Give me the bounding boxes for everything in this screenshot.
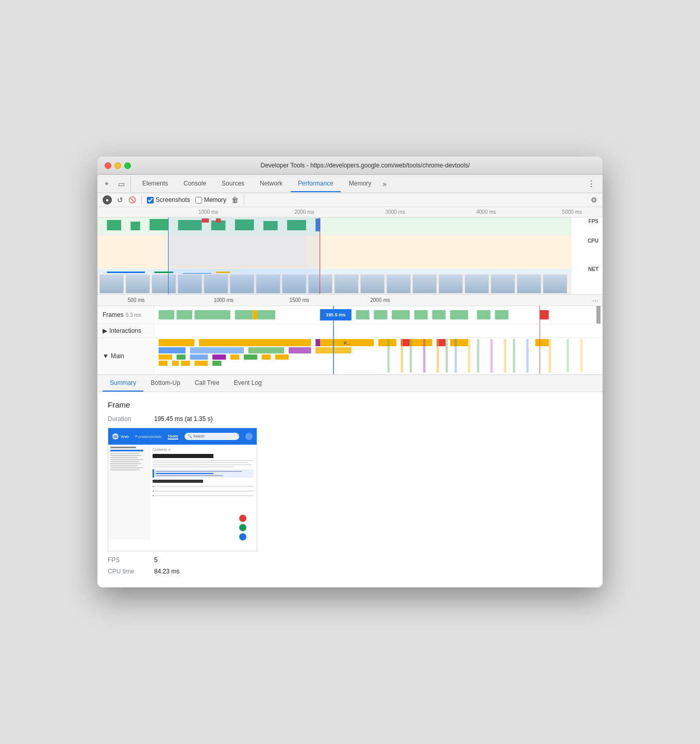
- tab-network[interactable]: Network: [253, 176, 290, 192]
- svg-rect-89: [410, 339, 412, 373]
- svg-rect-6: [263, 221, 278, 230]
- tab-performance[interactable]: Performance: [291, 176, 341, 192]
- tab-console[interactable]: Console: [176, 176, 213, 192]
- interactions-row: [154, 324, 603, 337]
- svg-rect-78: [262, 354, 271, 360]
- toolbar-icons: ⌖ ▭: [102, 176, 131, 192]
- interactions-content[interactable]: [154, 324, 603, 337]
- tab-summary[interactable]: Summary: [103, 375, 143, 392]
- svg-rect-91: [437, 339, 439, 373]
- ruler-bottom-1500: 1500 ms: [289, 297, 309, 303]
- svg-rect-27: [361, 275, 385, 293]
- ruler-bottom-500: 500 ms: [128, 297, 145, 303]
- svg-rect-18: [126, 275, 149, 293]
- svg-rect-23: [256, 275, 280, 293]
- svg-rect-97: [504, 339, 506, 373]
- frames-row: 195.5 ms: [154, 306, 603, 324]
- preview-p2: [153, 462, 248, 463]
- svg-rect-75: [212, 354, 226, 360]
- screenshots-checkbox[interactable]: [147, 197, 154, 204]
- frames-content[interactable]: 195.5 ms: [154, 306, 603, 324]
- preview-sidebar: [108, 445, 149, 539]
- timeline-ruler: 1000 ms 2000 ms 3000 ms 4000 ms 5000 ms: [97, 207, 603, 217]
- tab-sources[interactable]: Sources: [214, 176, 252, 192]
- ruler-mark-1000: 1000 ms: [198, 209, 218, 215]
- svg-rect-29: [413, 275, 437, 293]
- preview-info3: [156, 475, 223, 476]
- frames-value: 9.3 ms: [126, 312, 141, 318]
- interactions-title: Interactions: [109, 327, 141, 334]
- main-label[interactable]: ▼ Main: [97, 338, 154, 374]
- preview-sidebar-item2: [110, 455, 141, 456]
- device-icon[interactable]: ▭: [116, 179, 126, 189]
- preview-sidebar-item3: [110, 457, 138, 458]
- preview-list3: •: [153, 494, 254, 497]
- svg-rect-49: [495, 310, 508, 319]
- tab-event-log[interactable]: Event Log: [227, 375, 269, 392]
- preview-info-box: [153, 469, 254, 478]
- preview-fab-red: [239, 515, 246, 522]
- timeline-overview[interactable]: 1000 ms 2000 ms 3000 ms 4000 ms 5000 ms: [97, 207, 603, 295]
- svg-rect-34: [543, 275, 567, 293]
- svg-rect-76: [230, 354, 239, 360]
- preview-avatar: [245, 433, 253, 440]
- svg-rect-81: [172, 361, 179, 366]
- interactions-expand-icon[interactable]: ▶: [103, 327, 107, 334]
- frames-title: Frames: [103, 311, 124, 318]
- memory-checkbox-label[interactable]: Memory: [195, 196, 226, 204]
- screenshots-checkbox-label[interactable]: Screenshots: [147, 196, 190, 204]
- main-expand-icon[interactable]: ▼: [103, 352, 109, 360]
- maximize-button[interactable]: [124, 162, 131, 169]
- main-section: ▼ Main P...: [97, 338, 603, 375]
- detail-title: Frame: [108, 400, 592, 409]
- reload-record-button[interactable]: ↺: [117, 196, 123, 204]
- svg-rect-30: [439, 275, 462, 293]
- svg-rect-90: [423, 339, 425, 373]
- preview-sidebar-line: [110, 447, 136, 448]
- preview-list1: •: [153, 484, 254, 488]
- svg-rect-43: [374, 310, 387, 319]
- svg-rect-5: [235, 219, 254, 230]
- clear-button[interactable]: 🚫: [128, 196, 136, 204]
- svg-rect-70: [289, 347, 311, 353]
- minimize-button[interactable]: [114, 162, 121, 169]
- memory-checkbox[interactable]: [195, 197, 202, 204]
- record-button[interactable]: ●: [103, 195, 112, 205]
- tab-memory[interactable]: Memory: [342, 176, 378, 192]
- divider2: [244, 195, 244, 205]
- svg-rect-101: [566, 339, 569, 373]
- duration-key: Duration: [108, 415, 154, 422]
- svg-rect-84: [212, 361, 221, 366]
- devtools-menu-button[interactable]: ⋮: [584, 175, 598, 193]
- settings-button[interactable]: ⚙: [591, 196, 597, 204]
- svg-rect-25: [308, 275, 332, 293]
- tab-elements[interactable]: Elements: [135, 176, 175, 192]
- cursor-icon[interactable]: ⌖: [102, 179, 112, 189]
- fps-key: FPS: [108, 556, 154, 564]
- svg-rect-88: [401, 339, 403, 373]
- frames-section: Frames 9.3 ms 195.5 ms: [97, 306, 603, 324]
- trash-button[interactable]: 🗑: [231, 196, 239, 204]
- svg-rect-51: [540, 310, 548, 319]
- scroll-handle[interactable]: [596, 306, 601, 324]
- cpu-label: CPU: [588, 238, 598, 244]
- preview-list2: •: [153, 489, 254, 493]
- preview-sidebar-link: [110, 450, 143, 451]
- preview-p4: [153, 466, 234, 467]
- svg-rect-72: [159, 354, 172, 360]
- svg-rect-44: [392, 310, 410, 319]
- screenshot-preview: W Web Fundamentals Tools 🔍 Search: [108, 428, 257, 551]
- interactions-section: ▶ Interactions: [97, 324, 603, 338]
- svg-rect-9: [216, 218, 221, 223]
- preview-sidebar-item5: [110, 461, 140, 462]
- more-tabs-button[interactable]: »: [379, 176, 390, 192]
- cpu-time-value: 84.23 ms: [154, 568, 179, 575]
- tab-bottom-up[interactable]: Bottom-Up: [143, 375, 187, 392]
- main-content[interactable]: P...: [154, 338, 603, 374]
- interactions-label[interactable]: ▶ Interactions: [97, 324, 154, 337]
- main-row: P...: [154, 338, 603, 374]
- close-button[interactable]: [105, 162, 111, 169]
- tab-call-tree[interactable]: Call Tree: [188, 375, 227, 392]
- svg-rect-102: [580, 339, 582, 373]
- svg-rect-35: [159, 310, 174, 319]
